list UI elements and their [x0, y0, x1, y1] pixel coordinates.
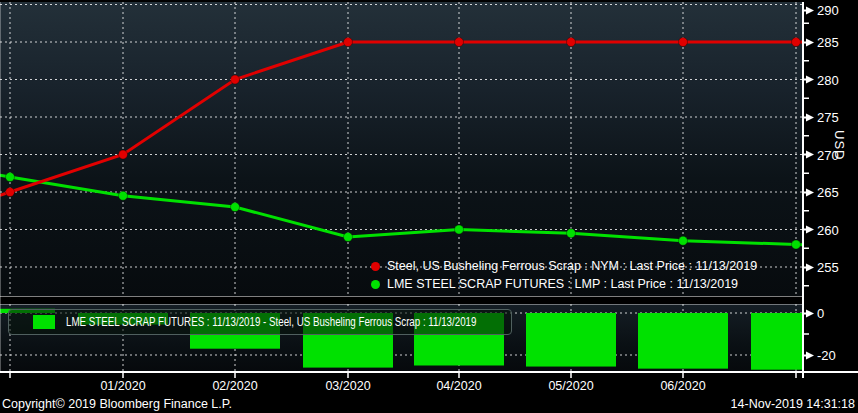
tick-value: 0	[817, 307, 824, 320]
copyright-text: Copyright© 2019 Bloomberg Finance L.P.	[2, 397, 232, 411]
y-axis-tick-label: -20	[803, 349, 836, 362]
data-point-marker[interactable]	[567, 38, 576, 47]
bloomberg-chart-window: 2902852802752702652602550-2001/202002/20…	[0, 0, 858, 413]
tick-arrow-icon	[806, 188, 814, 196]
spread-bar[interactable]	[638, 313, 728, 369]
spread-legend-box[interactable]: LME STEEL SCRAP FUTURES : 11/13/2019 - S…	[8, 309, 512, 335]
y-axis-tick-label: 265	[803, 186, 839, 199]
data-point-marker[interactable]	[231, 75, 240, 84]
series-lme-line[interactable]	[0, 175, 803, 244]
x-axis-tick-label: 02/2020	[212, 379, 257, 393]
tick-arrow-icon	[806, 76, 814, 84]
y-axis-tick-label: 255	[803, 261, 839, 274]
x-axis-tick-label: 01/2020	[100, 379, 145, 393]
tick-value: 285	[817, 36, 839, 49]
data-point-marker[interactable]	[567, 229, 576, 238]
chart-canvas	[0, 0, 858, 413]
data-point-marker[interactable]	[455, 38, 464, 47]
data-point-marker[interactable]	[6, 173, 15, 182]
y-axis-tick-label: 280	[803, 73, 839, 86]
data-point-marker[interactable]	[119, 191, 128, 200]
tick-arrow-icon	[806, 263, 814, 271]
tick-arrow-icon	[806, 351, 814, 359]
main-chart-legend: Steel, US Busheling Ferrous Scrap : NYM …	[371, 257, 757, 293]
tick-arrow-icon	[806, 226, 814, 234]
data-point-marker[interactable]	[6, 188, 15, 197]
data-point-marker[interactable]	[792, 240, 801, 249]
tick-value: 265	[817, 186, 839, 199]
tick-arrow-icon	[806, 38, 814, 46]
x-axis-tick-label: 06/2020	[660, 379, 705, 393]
usd-axis-label: USD	[832, 130, 847, 160]
tick-value: 290	[817, 4, 839, 17]
timestamp-text: 14-Nov-2019 14:31:18	[731, 397, 855, 411]
lme-series-dot-icon	[371, 280, 380, 289]
x-axis-tick-label: 03/2020	[325, 379, 370, 393]
tick-arrow-icon	[806, 309, 814, 317]
y-axis-tick-label: 0	[803, 307, 824, 320]
tick-value: 255	[817, 261, 839, 274]
y-axis-tick-label: 290	[803, 4, 839, 17]
tick-value: 275	[817, 111, 839, 124]
y-axis-tick-label: 275	[803, 111, 839, 124]
data-point-marker[interactable]	[455, 225, 464, 234]
x-axis-tick-label: 05/2020	[548, 379, 593, 393]
spread-bar[interactable]	[526, 313, 616, 367]
busheling-series-dot-icon	[371, 262, 380, 271]
spread-series-swatch-icon	[33, 315, 55, 329]
data-point-marker[interactable]	[344, 233, 353, 242]
tick-value: -20	[817, 349, 836, 362]
tick-value: 260	[817, 223, 839, 236]
legend-item-busheling[interactable]: Steel, US Busheling Ferrous Scrap : NYM …	[371, 257, 757, 275]
x-axis-tick-label: 04/2020	[436, 379, 481, 393]
legend-item-label: LME STEEL SCRAP FUTURES : LMP : Last Pri…	[387, 277, 738, 291]
tick-value: 280	[817, 73, 839, 86]
spread-bar[interactable]	[751, 313, 803, 370]
tick-arrow-icon	[806, 113, 814, 121]
y-axis-tick-label: 260	[803, 223, 839, 236]
tick-arrow-icon	[806, 151, 814, 159]
tick-arrow-icon	[806, 6, 814, 14]
data-point-marker[interactable]	[679, 38, 688, 47]
legend-item-lme[interactable]: LME STEEL SCRAP FUTURES : LMP : Last Pri…	[371, 275, 757, 293]
legend-item-label: Steel, US Busheling Ferrous Scrap : NYM …	[387, 259, 757, 273]
spread-legend-label: LME STEEL SCRAP FUTURES : 11/13/2019 - S…	[66, 315, 476, 329]
data-point-marker[interactable]	[792, 38, 801, 47]
data-point-marker[interactable]	[231, 203, 240, 212]
data-point-marker[interactable]	[679, 236, 688, 245]
data-point-marker[interactable]	[119, 150, 128, 159]
data-point-marker[interactable]	[344, 38, 353, 47]
y-axis-tick-label: 285	[803, 36, 839, 49]
